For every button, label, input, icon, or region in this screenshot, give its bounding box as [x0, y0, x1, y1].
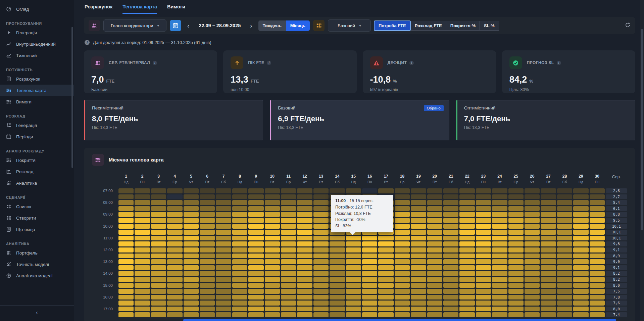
heatmap-cell[interactable] [281, 188, 296, 193]
heatmap-cell[interactable] [443, 307, 458, 312]
heatmap-cell[interactable] [508, 212, 524, 217]
heatmap-cell[interactable] [200, 259, 215, 264]
heatmap-cell[interactable] [362, 277, 377, 282]
heatmap-cell[interactable] [541, 194, 556, 199]
heatmap-cell[interactable] [265, 289, 280, 294]
heatmap-cell[interactable] [167, 218, 182, 223]
heatmap-cell[interactable] [362, 307, 377, 312]
heatmap-cell[interactable] [151, 206, 166, 211]
heatmap-cell[interactable] [135, 236, 150, 241]
heatmap-cell[interactable] [167, 283, 182, 288]
heatmap-cell[interactable] [297, 188, 312, 193]
heatmap-cell[interactable] [200, 312, 215, 317]
heatmap-cell[interactable] [508, 312, 524, 317]
heatmap-cell[interactable] [184, 188, 199, 193]
heatmap-cell[interactable] [362, 289, 377, 294]
heatmap-cell[interactable] [557, 295, 572, 300]
heatmap-cell[interactable] [590, 271, 605, 276]
heatmap-cell[interactable] [427, 271, 442, 276]
heatmap-cell[interactable] [573, 194, 588, 199]
heatmap-cell[interactable] [590, 254, 605, 259]
heatmap-cell[interactable] [151, 194, 166, 199]
heatmap-cell[interactable] [443, 283, 458, 288]
heatmap-cell[interactable] [508, 254, 524, 259]
heatmap-cell[interactable] [492, 307, 507, 312]
heatmap-cell[interactable] [476, 236, 491, 241]
heatmap-cell[interactable] [216, 271, 231, 276]
heatmap-cell[interactable] [459, 259, 475, 264]
heatmap-cell[interactable] [525, 301, 540, 306]
heatmap-cell[interactable] [135, 212, 150, 217]
heatmap-cell[interactable] [508, 271, 524, 276]
heatmap-cell[interactable] [281, 200, 296, 205]
heatmap-cell[interactable] [313, 301, 329, 306]
heatmap-cell[interactable] [362, 265, 377, 270]
heatmap-cell[interactable] [313, 289, 329, 294]
sidebar-collapse-button[interactable]: ‹ [0, 305, 74, 321]
heatmap-cell[interactable] [411, 206, 426, 211]
heatmap-cell[interactable] [557, 212, 572, 217]
heatmap-cell[interactable] [590, 295, 605, 300]
heatmap-cell[interactable] [167, 295, 182, 300]
heatmap-cell[interactable] [508, 265, 524, 270]
heatmap-cell[interactable] [297, 212, 312, 217]
heatmap-cell[interactable] [395, 218, 410, 223]
heatmap-cell[interactable] [184, 200, 199, 205]
heatmap-cell[interactable] [573, 236, 588, 241]
heatmap-cell[interactable] [281, 194, 296, 199]
heatmap-cell[interactable] [232, 200, 247, 205]
heatmap-cell[interactable] [573, 230, 588, 235]
heatmap-cell[interactable] [118, 301, 134, 306]
heatmap-cell[interactable] [151, 218, 166, 223]
heatmap-cell[interactable] [508, 224, 524, 229]
heatmap-cell[interactable] [573, 312, 588, 317]
heatmap-cell[interactable] [184, 277, 199, 282]
heatmap-cell[interactable] [248, 212, 263, 217]
heatmap-cell[interactable] [151, 230, 166, 235]
metric-option-покриття-[interactable]: Покриття % [446, 21, 480, 31]
heatmap-cell[interactable] [216, 301, 231, 306]
heatmap-cell[interactable] [151, 254, 166, 259]
sidebar-item-список[interactable]: Список [0, 201, 74, 212]
heatmap-cell[interactable] [378, 265, 393, 270]
heatmap-cell[interactable] [248, 259, 263, 264]
heatmap-cell[interactable] [557, 241, 572, 246]
sidebar-item-огляд[interactable]: Огляд [0, 3, 74, 15]
heatmap-cell[interactable] [346, 236, 361, 241]
heatmap-cell[interactable] [151, 295, 166, 300]
heatmap-cell[interactable] [167, 265, 182, 270]
heatmap-cell[interactable] [216, 254, 231, 259]
heatmap-cell[interactable] [492, 301, 507, 306]
heatmap-cell[interactable] [395, 307, 410, 312]
heatmap-cell[interactable] [265, 188, 280, 193]
heatmap-cell[interactable] [216, 241, 231, 246]
heatmap-cell[interactable] [167, 188, 182, 193]
sidebar-item-теплова-карта[interactable]: Теплова карта [0, 85, 74, 96]
heatmap-cell[interactable] [492, 230, 507, 235]
heatmap-cell[interactable] [427, 230, 442, 235]
heatmap-cell[interactable] [200, 224, 215, 229]
heatmap-cell[interactable] [443, 277, 458, 282]
heatmap-cell[interactable] [281, 241, 296, 246]
heatmap-cell[interactable] [378, 277, 393, 282]
heatmap-cell[interactable] [265, 224, 280, 229]
heatmap-cell[interactable] [200, 218, 215, 223]
heatmap-cell[interactable] [135, 194, 150, 199]
heatmap-cell[interactable] [281, 230, 296, 235]
heatmap-cell[interactable] [248, 194, 263, 199]
heatmap-cell[interactable] [541, 200, 556, 205]
heatmap-cell[interactable] [118, 307, 134, 312]
heatmap-cell[interactable] [216, 200, 231, 205]
heatmap-cell[interactable] [541, 224, 556, 229]
metric-option-sl-[interactable]: SL % [480, 21, 499, 31]
heatmap-cell[interactable] [248, 200, 263, 205]
heatmap-cell[interactable] [573, 206, 588, 211]
heatmap-cell[interactable] [200, 206, 215, 211]
sidebar-item-точність-моделі[interactable]: Точність моделі [0, 259, 74, 270]
heatmap-cell[interactable] [427, 259, 442, 264]
heatmap-cell[interactable] [167, 307, 182, 312]
heatmap-cell[interactable] [200, 271, 215, 276]
heatmap-cell[interactable] [248, 224, 263, 229]
heatmap-cell[interactable] [313, 312, 329, 317]
heatmap-cell[interactable] [346, 247, 361, 253]
